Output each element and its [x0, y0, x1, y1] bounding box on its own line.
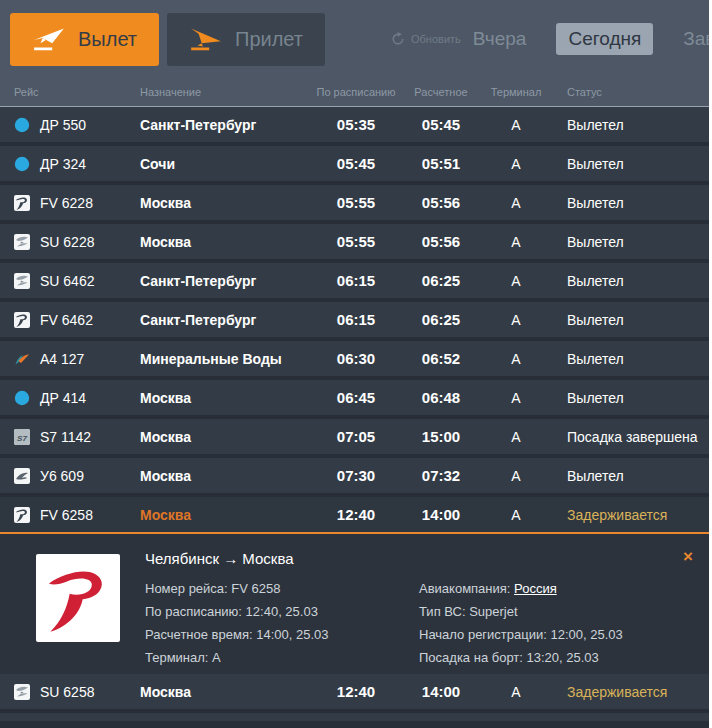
tab-departures-label: Вылет [78, 28, 137, 51]
status: Задерживается [559, 507, 709, 523]
terminal: A [473, 507, 559, 523]
destination: Сочи [140, 156, 303, 172]
azimuth-logo-icon [14, 351, 30, 367]
terminal: A [473, 273, 559, 289]
status: Вылетел [559, 312, 709, 328]
flight-number: ДР 550 [40, 117, 86, 133]
terminal: A [473, 117, 559, 133]
estimated-time: 14:00 [409, 506, 473, 523]
scheduled-time: 05:55 [303, 194, 409, 211]
table-row[interactable]: FV 6462 Санкт-Петербург 06:15 06:25 A Вы… [0, 302, 709, 337]
estimated-time: 06:25 [409, 272, 473, 289]
airline-link[interactable]: Россия [514, 581, 557, 596]
estimated-time: 06:25 [409, 311, 473, 328]
aeroflot-logo-icon [14, 684, 30, 700]
status: Вылетел [559, 195, 709, 211]
table-row[interactable]: ДР 324 Сочи 05:45 05:51 A Вылетел [0, 146, 709, 181]
day-tomorrow[interactable]: Завтра [671, 23, 712, 55]
table-row[interactable]: A4 127 Минеральные Воды 06:30 06:52 A Вы… [0, 341, 709, 376]
terminal: A [473, 390, 559, 406]
flight-number: FV 6258 [40, 507, 93, 523]
destination: Санкт-Петербург [140, 273, 303, 289]
flight-number: SU 6258 [40, 684, 94, 700]
scheduled-time: 05:35 [303, 116, 409, 133]
table-row[interactable]: FV 6228 Москва 05:55 05:56 A Вылетел [0, 185, 709, 220]
scheduled-time: 06:15 [303, 311, 409, 328]
flight-number: SU 6462 [40, 273, 94, 289]
estimated-time: 07:32 [409, 467, 473, 484]
refresh-button[interactable]: Обновить [391, 32, 461, 46]
rows-bottom: SU 6258 Москва 12:40 14:00 A Задерживает… [0, 674, 709, 709]
scheduled-time: 07:05 [303, 428, 409, 445]
table-row[interactable]: SU 6258 Москва 12:40 14:00 A Задерживает… [0, 674, 709, 709]
table-row[interactable]: ДР 414 Москва 06:45 06:48 A Вылетел [0, 380, 709, 415]
destination: Москва [140, 507, 303, 523]
status: Вылетел [559, 234, 709, 250]
terminal: A [473, 312, 559, 328]
close-icon[interactable]: × [683, 548, 693, 565]
rossiya-logo-icon [14, 195, 30, 211]
table-row[interactable]: FV 6258 Москва 12:40 14:00 A Задерживает… [0, 497, 709, 532]
detail-airline: Авиакомпания: Россия [419, 577, 623, 600]
table-row[interactable]: У6 609 Москва 07:30 07:32 A Вылетел [0, 458, 709, 493]
flight-table: ДР 550 Санкт-Петербург 05:35 05:45 A Выл… [0, 107, 709, 728]
terminal: A [473, 351, 559, 367]
estimated-time: 06:52 [409, 350, 473, 367]
detail-right-column: Авиакомпания: Россия Тип ВС: Superjet На… [419, 577, 623, 669]
flight-number: SU 6228 [40, 234, 94, 250]
rossiya-logo-icon [14, 507, 30, 523]
refresh-icon [391, 32, 405, 46]
flight-board-app: Вылет Прилет Обновить Вчера Сегодня Завт… [0, 0, 712, 728]
scheduled-time: 05:55 [303, 233, 409, 250]
terminal: A [473, 684, 559, 700]
destination: Москва [140, 429, 303, 445]
terminal: A [473, 156, 559, 172]
destination: Москва [140, 390, 303, 406]
status: Вылетел [559, 273, 709, 289]
aeroflot-logo-icon [14, 234, 30, 250]
day-filter: Вчера Сегодня Завтра [461, 23, 712, 55]
dr-dot-icon [14, 117, 30, 133]
flight-number: ДР 324 [40, 156, 86, 172]
terminal: A [473, 429, 559, 445]
terminal: A [473, 468, 559, 484]
status: Задерживается [559, 684, 709, 700]
col-destination: Назначение [140, 86, 303, 98]
scheduled-time: 06:30 [303, 350, 409, 367]
status: Вылетел [559, 117, 709, 133]
scheduled-time: 07:30 [303, 467, 409, 484]
ural-logo-icon [14, 468, 30, 484]
tab-arrivals[interactable]: Прилет [167, 13, 325, 66]
tab-arrivals-label: Прилет [235, 28, 303, 51]
estimated-time: 05:51 [409, 155, 473, 172]
col-scheduled: По расписанию [303, 86, 409, 98]
rossiya-logo-icon [14, 312, 30, 328]
destination: Санкт-Петербург [140, 117, 303, 133]
rossiya-logo [36, 554, 120, 642]
plane-landing-icon [189, 26, 223, 52]
table-row[interactable]: S7 S7 1142 Москва 07:05 15:00 A Посадка … [0, 419, 709, 454]
flight-detail-panel: Челябинск → Москва Номер рейса: FV 6258 … [0, 534, 709, 674]
scheduled-time: 12:40 [303, 506, 409, 523]
detail-flight-number: Номер рейса: FV 6258 [145, 577, 419, 600]
day-today[interactable]: Сегодня [556, 23, 653, 55]
table-row[interactable]: SU 6228 Москва 05:55 05:56 A Вылетел [0, 224, 709, 259]
flight-number: FV 6228 [40, 195, 93, 211]
flight-number: S7 1142 [40, 429, 91, 445]
col-estimated: Расчетное [409, 86, 473, 98]
col-terminal: Терминал [473, 86, 559, 98]
aeroflot-logo-icon [14, 273, 30, 289]
table-row[interactable]: SU 6462 Санкт-Петербург 06:15 06:25 A Вы… [0, 263, 709, 298]
table-header: Рейс Назначение По расписанию Расчетное … [0, 78, 709, 107]
status: Вылетел [559, 390, 709, 406]
rows-top: ДР 550 Санкт-Петербург 05:35 05:45 A Выл… [0, 107, 709, 532]
toolbar: Вылет Прилет Обновить Вчера Сегодня Завт… [0, 0, 709, 78]
tab-departures[interactable]: Вылет [10, 13, 159, 66]
estimated-time: 06:48 [409, 389, 473, 406]
destination: Москва [140, 468, 303, 484]
s7-logo-icon: S7 [14, 429, 30, 445]
detail-scheduled: По расписанию: 12:40, 25.03 [145, 600, 419, 623]
flight-number: У6 609 [40, 468, 84, 484]
table-row[interactable]: ДР 550 Санкт-Петербург 05:35 05:45 A Выл… [0, 107, 709, 142]
day-yesterday[interactable]: Вчера [461, 23, 539, 55]
